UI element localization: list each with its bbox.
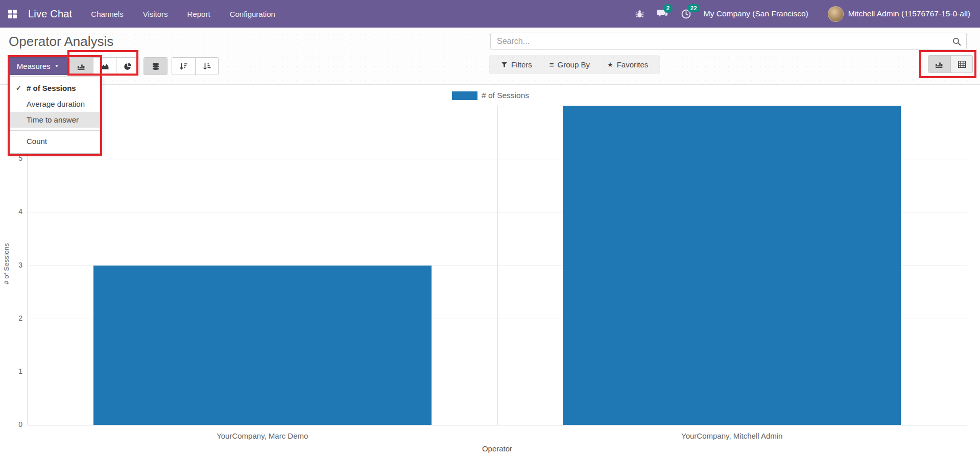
bar[interactable]	[93, 266, 432, 425]
debug-bug-icon[interactable]	[635, 9, 644, 19]
pivot-grid-icon	[958, 60, 966, 68]
check-icon: ✓	[16, 80, 21, 96]
area-chart-icon	[101, 62, 109, 70]
y-tick-label: 0	[0, 420, 22, 428]
pie-chart-button[interactable]	[116, 58, 139, 75]
nav-item-report[interactable]: Report	[186, 8, 211, 20]
search-box	[490, 33, 967, 50]
sort-ascending-icon	[203, 62, 211, 70]
bar-chart-icon	[77, 62, 86, 70]
page-title: Operator Analysis	[9, 34, 113, 50]
sort-ascending-button[interactable]	[195, 58, 218, 75]
group-by-icon: ≡	[549, 60, 554, 69]
nav-menu: Channels Visitors Report Configuration	[90, 8, 276, 20]
x-category-label: YourCompany, Mitchell Admin	[604, 431, 859, 440]
control-panel: Operator Analysis Measures ▼	[0, 28, 980, 85]
y-tick-label: 5	[0, 154, 22, 162]
user-avatar[interactable]	[828, 6, 844, 22]
bar[interactable]	[563, 106, 901, 425]
activities-clock-icon[interactable]: 22	[681, 9, 691, 19]
user-name: Mitchell Admin (11576767-15-0-all)	[848, 9, 970, 18]
app-name[interactable]: Live Chat	[28, 8, 72, 20]
sort-descending-icon	[179, 62, 188, 70]
measures-button[interactable]: Measures ▼	[8, 57, 68, 75]
y-tick-label: 4	[0, 207, 22, 215]
filters-button[interactable]: Filters	[493, 55, 540, 74]
y-tick-label: 3	[0, 261, 22, 269]
sort-descending-button[interactable]	[172, 58, 195, 75]
chart-legend[interactable]: # of Sessions	[452, 91, 529, 100]
company-switcher[interactable]: My Company (San Francisco)	[704, 9, 808, 18]
user-menu[interactable]: Mitchell Admin (11576767-15-0-all)	[828, 6, 970, 22]
x-category-label: YourCompany, Marc Demo	[135, 431, 390, 440]
search-icon	[952, 37, 962, 49]
caret-down-icon: ▼	[55, 64, 59, 68]
favorites-star-icon: ★	[607, 61, 613, 68]
x-axis-title: Operator	[28, 444, 967, 453]
gridline	[967, 106, 967, 425]
navbar-right: 2 22 My Company (San Francisco) Mitchell…	[635, 6, 970, 22]
view-switcher	[928, 55, 973, 73]
stacked-database-icon	[152, 62, 160, 70]
gridline	[497, 106, 498, 425]
menu-separator	[10, 130, 101, 131]
nav-item-configuration[interactable]: Configuration	[229, 8, 276, 20]
nav-item-visitors[interactable]: Visitors	[142, 8, 169, 20]
measure-item-average-duration[interactable]: Average duration	[9, 96, 102, 112]
measures-dropdown-menu: ✓ # of Sessions Average duration Time to…	[9, 77, 102, 154]
filter-bar: Filters ≡ Group By ★ Favorites	[489, 55, 660, 74]
nav-item-channels[interactable]: Channels	[90, 8, 124, 20]
pivot-view-button[interactable]	[950, 56, 972, 73]
messages-badge: 2	[663, 4, 673, 13]
chart-type-button-group	[69, 57, 139, 75]
measure-item-sessions[interactable]: ✓ # of Sessions	[9, 80, 102, 96]
y-tick-label: 1	[0, 367, 22, 375]
measure-item-time-to-answer[interactable]: Time to answer	[9, 112, 102, 128]
bar-chart: # of Sessions # of Sessions Operator 012…	[0, 85, 980, 456]
graph-view-button[interactable]	[928, 56, 950, 73]
activities-badge: 22	[687, 4, 700, 13]
gridline	[28, 425, 967, 425]
favorites-button[interactable]: ★ Favorites	[600, 55, 656, 74]
measure-item-count[interactable]: Count	[9, 133, 102, 149]
bar-chart-button[interactable]	[70, 58, 93, 75]
sort-button-group	[172, 57, 219, 75]
search-input[interactable]	[491, 33, 966, 49]
messages-icon[interactable]: 2	[657, 9, 668, 19]
apps-grid-icon[interactable]	[8, 7, 21, 20]
graph-view-icon	[935, 60, 944, 68]
legend-label: # of Sessions	[482, 91, 529, 100]
group-by-button[interactable]: ≡ Group By	[542, 55, 597, 74]
stacked-toggle-group	[144, 57, 168, 75]
y-tick-label: 2	[0, 314, 22, 322]
pie-chart-icon	[124, 62, 132, 70]
filter-funnel-icon	[501, 61, 508, 68]
line-chart-button[interactable]	[93, 58, 116, 75]
legend-swatch	[452, 91, 477, 100]
stacked-button[interactable]	[144, 58, 167, 75]
top-navbar: Live Chat Channels Visitors Report Confi…	[0, 0, 980, 28]
